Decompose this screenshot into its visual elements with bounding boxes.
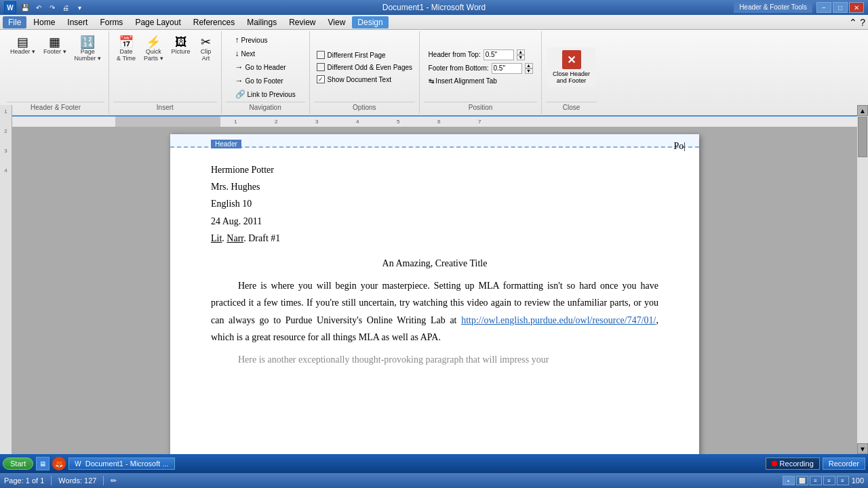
scroll-down-btn[interactable]: ▼	[857, 443, 868, 454]
recorder-btn[interactable]: Recorder	[823, 458, 865, 470]
hf-tools-label: Header & Footer Tools	[734, 2, 812, 13]
redo-qa-btn[interactable]: ↷	[46, 1, 58, 14]
footer-bottom-spin-down[interactable]: ▼	[525, 68, 533, 74]
doc-title: An Amazing, Creative Title	[211, 255, 658, 272]
vertical-scrollbar[interactable]: ▲ ▼	[857, 105, 868, 454]
diff-first-page-option[interactable]: Different First Page	[314, 49, 389, 60]
collapse-ribbon-btn[interactable]: ⌃	[849, 17, 857, 28]
header-from-top-label: Header from Top:	[429, 51, 481, 58]
menu-pagelayout[interactable]: Page Layout	[130, 16, 186, 28]
word-taskbar-btn[interactable]: W Document1 - Microsoft ...	[68, 458, 174, 470]
title-bar: W 💾 ↶ ↷ 🖨 ▾ Document1 - Microsoft Word H…	[0, 0, 868, 15]
ribbon-group-insert: 📅 Date& Time ⚡ QuickParts ▾ 🖼 Picture ✂ …	[109, 31, 222, 114]
diff-first-page-check[interactable]	[317, 51, 325, 59]
menu-references[interactable]: References	[188, 16, 240, 28]
menu-review[interactable]: Review	[283, 16, 321, 28]
footer-from-bottom-field: Footer from Bottom: ▲ ▼	[427, 62, 534, 75]
quick-parts-btn[interactable]: ⚡ QuickParts ▾	[140, 34, 167, 64]
show-doc-text-label: Show Document Text	[328, 76, 391, 83]
header-btn[interactable]: ▤ Header ▾	[7, 34, 39, 57]
ribbon-group-label-hf: Header & Footer	[7, 102, 104, 111]
close-header-footer-btn[interactable]: ✕ Close Headerand Footer	[547, 47, 595, 87]
recording-label: Recording	[780, 460, 814, 468]
customize-qa-btn[interactable]: ▾	[73, 1, 85, 14]
clip-art-btn[interactable]: ✂ ClipArt	[195, 34, 217, 64]
menu-insert[interactable]: Insert	[62, 16, 93, 28]
save-qa-btn[interactable]: 💾	[19, 1, 31, 14]
ribbon-group-label-nav: Navigation	[226, 102, 305, 111]
previous-btn[interactable]: ↑ Previous	[231, 34, 272, 46]
goto-footer-label: Go to Footer	[245, 77, 283, 85]
page-body[interactable]: Hermione Potter Mrs. Hughes English 10 2…	[170, 148, 699, 387]
insert-alignment-tab-btn[interactable]: ↹ Insert Alignment Tab	[427, 76, 498, 86]
close-btn[interactable]: ✕	[849, 2, 864, 13]
scroll-up-btn[interactable]: ▲	[857, 105, 868, 116]
footer-from-bottom-input[interactable]	[492, 63, 522, 74]
menu-view[interactable]: View	[323, 16, 351, 28]
page-status: Page: 1 of 1	[4, 476, 44, 485]
footer-btn[interactable]: ▦ Footer ▾	[40, 34, 70, 57]
header-from-top-input[interactable]	[484, 49, 514, 60]
web-layout-btn[interactable]: ≡	[810, 476, 822, 485]
page-header-section[interactable]: Header Po|	[170, 134, 699, 148]
restore-btn[interactable]: □	[833, 2, 848, 13]
quick-parts-icon: ⚡	[146, 36, 161, 48]
undo-qa-btn[interactable]: ↶	[33, 1, 45, 14]
goto-header-label: Go to Header	[245, 64, 286, 71]
word-taskbar-label: Document1 - Microsoft ...	[85, 460, 169, 468]
minimize-btn[interactable]: −	[816, 2, 831, 13]
page-number-btn[interactable]: 🔢 PageNumber ▾	[71, 34, 105, 64]
show-doc-text-option[interactable]: Show Document Text	[314, 74, 394, 85]
next-label: Next	[241, 50, 256, 58]
firefox-btn[interactable]: 🦊	[52, 457, 66, 470]
show-desktop-btn[interactable]: 🖥	[36, 457, 50, 470]
header-top-spin-up[interactable]: ▲	[517, 49, 525, 55]
print-layout-btn[interactable]: ▪	[783, 476, 795, 485]
scroll-track[interactable]	[857, 116, 868, 443]
link-to-prev-btn[interactable]: 🔗 Link to Previous	[231, 88, 300, 100]
doc-paragraph-2[interactable]: Here is another exceptionally thought-pr…	[211, 351, 658, 368]
goto-header-btn[interactable]: → Go to Header	[231, 61, 290, 73]
menu-home[interactable]: Home	[28, 16, 60, 28]
date-time-icon: 📅	[119, 36, 134, 48]
next-btn[interactable]: ↓ Next	[231, 47, 272, 60]
picture-btn[interactable]: 🖼 Picture	[168, 34, 194, 57]
menu-file[interactable]: File	[3, 16, 26, 28]
header-top-spin-down[interactable]: ▼	[517, 55, 525, 60]
words-status-label: Words: 127	[58, 476, 96, 485]
doc-paragraph-1[interactable]: Here is where you will begin your master…	[211, 277, 658, 346]
start-label: Start	[10, 460, 26, 468]
track-changes-icon: ✏	[111, 476, 117, 485]
track-changes-btn[interactable]: ✏	[111, 476, 117, 485]
recording-indicator: Recording	[766, 458, 820, 470]
fullscreen-btn[interactable]: ⬜	[796, 476, 808, 485]
draft-btn[interactable]: ≡	[837, 476, 849, 485]
page-number-label: PageNumber ▾	[75, 48, 102, 62]
show-doc-text-check[interactable]	[317, 75, 325, 83]
left-ruler: 1234	[0, 127, 12, 454]
outline-btn[interactable]: ≡	[823, 476, 835, 485]
date-time-btn[interactable]: 📅 Date& Time	[113, 34, 139, 64]
menu-mailings[interactable]: Mailings	[241, 16, 282, 28]
menu-design[interactable]: Design	[352, 16, 388, 28]
page: Header Po| Hermione Potter Mrs. Hughes E…	[170, 134, 699, 488]
footer-label: Footer ▾	[43, 48, 66, 55]
insert-alignment-label: ↹ Insert Alignment Tab	[429, 77, 497, 85]
help-btn[interactable]: ?	[860, 17, 865, 28]
page-status-label: Page: 1 of 1	[4, 476, 44, 485]
scroll-thumb[interactable]	[858, 117, 867, 157]
ribbon-group-navigation: ↑ Previous ↓ Next → Go to Header → Go to…	[222, 31, 310, 114]
diff-odd-even-check[interactable]	[317, 63, 325, 71]
document-area: 1234 Header Po| Hermione Potter Mrs. Hug…	[0, 127, 868, 488]
date-time-label: Date& Time	[117, 48, 136, 62]
ribbon-group-position: Header from Top: ▲ ▼ Footer from Bottom:…	[420, 31, 542, 114]
purdue-link[interactable]: http://owl.english.purdue.edu/owl/resour…	[461, 315, 656, 325]
diff-odd-even-option[interactable]: Different Odd & Even Pages	[314, 62, 415, 73]
print-qa-btn[interactable]: 🖨	[60, 1, 72, 14]
goto-footer-btn[interactable]: → Go to Footer	[231, 75, 288, 87]
zoom-level: 100	[852, 476, 864, 485]
status-divider-1	[51, 476, 52, 485]
menu-forms[interactable]: Forms	[94, 16, 128, 28]
footer-bottom-spin-up[interactable]: ▲	[525, 63, 533, 68]
start-btn[interactable]: Start	[3, 458, 33, 470]
